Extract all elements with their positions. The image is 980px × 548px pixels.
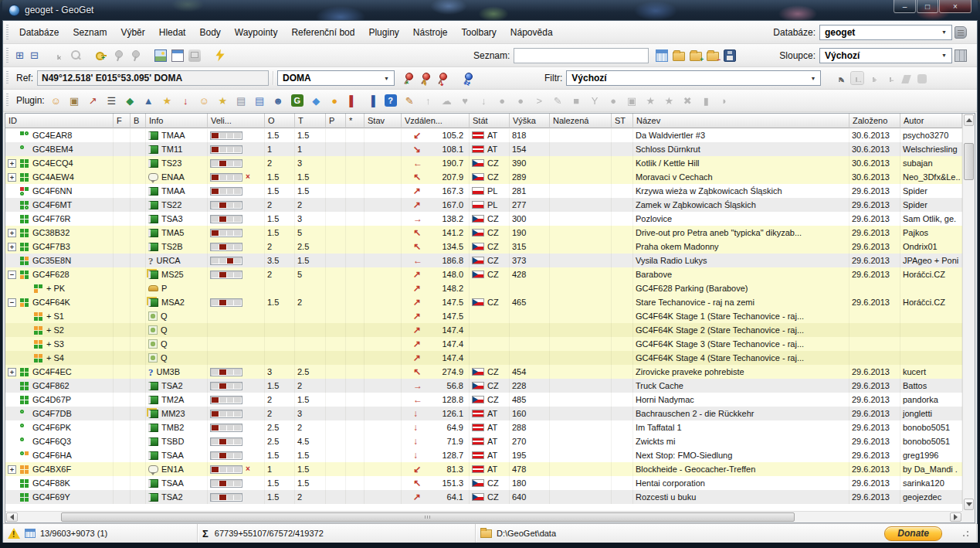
plugin-geokuk-icon[interactable]: G bbox=[291, 94, 303, 107]
table-row[interactable]: −GC4F628MS2525↗148.0CZ428Barabove29.6.20… bbox=[5, 267, 962, 281]
plugin-star-download-icon[interactable]: ★ bbox=[215, 94, 230, 108]
menu-n-stroje[interactable]: Nástroje bbox=[406, 27, 455, 38]
plugin-medal-icon[interactable]: ● bbox=[327, 94, 342, 108]
table-row[interactable]: GC4F6PKTMB22.52↓64.9AT288Im Taffatal 129… bbox=[5, 420, 962, 434]
menu-datab-ze[interactable]: Databáze bbox=[12, 27, 66, 38]
table-row[interactable]: GC4F6Q3TSBD2.54.5↓71.9AT270Zwickts mi29.… bbox=[5, 434, 962, 448]
table-row[interactable]: GC4F7DBMM2323↓126.1AT160Bachrauschen 2 -… bbox=[5, 407, 962, 420]
minimize-button[interactable]: – bbox=[894, 0, 916, 13]
collapse-all-icon[interactable]: ⊟ bbox=[27, 48, 42, 63]
table-row[interactable]: +GC4F7B3TS2B22.5↖134.5CZ315Praha okem Ma… bbox=[5, 240, 962, 254]
toolbar-grip[interactable] bbox=[6, 71, 8, 85]
table-row[interactable]: GC4F76RTSA31.53→138.2CZ300Pozlovice29.6.… bbox=[5, 212, 962, 226]
row-expander[interactable]: + bbox=[8, 243, 16, 251]
column-header-info[interactable]: Info bbox=[146, 114, 208, 128]
list-open-icon[interactable] bbox=[673, 52, 685, 61]
column-header-nzev[interactable]: Název bbox=[633, 114, 849, 128]
menu-pluginy[interactable]: Pluginy bbox=[361, 27, 405, 38]
plugin-truck-icon[interactable]: ▣ bbox=[67, 94, 82, 108]
database-icon[interactable] bbox=[955, 26, 967, 39]
table-row[interactable]: +GC4BX6FEN1A×11.5↙81.3AT478Blockheide - … bbox=[5, 462, 962, 476]
toolbar-grip[interactable] bbox=[6, 94, 8, 107]
donate-button[interactable]: Donate bbox=[884, 526, 942, 541]
warning-icon[interactable] bbox=[8, 528, 20, 539]
plugin-smiley-download-icon[interactable]: ☺ bbox=[197, 94, 212, 108]
toolbar-grip[interactable] bbox=[6, 48, 8, 63]
plugin-help-icon[interactable]: ? bbox=[385, 94, 397, 107]
database-combo[interactable]: geoget ▼ bbox=[819, 25, 952, 40]
column-header-autor[interactable]: Autor bbox=[900, 114, 962, 128]
row-expander[interactable]: − bbox=[8, 298, 16, 307]
table-row[interactable]: GC4F862TSA21.52→56.8CZ228Truck Cache29.6… bbox=[5, 379, 962, 393]
table-row[interactable]: +GC4F4EC?UM3B32.5↖274.9CZ454Zirovicke pr… bbox=[5, 365, 962, 379]
scroll-down-button[interactable] bbox=[964, 499, 974, 510]
table-row[interactable]: + S4Q↗147.4GC4F64K Stage 4 (Stare Techan… bbox=[5, 351, 962, 365]
row-expander[interactable]: + bbox=[8, 368, 16, 376]
plugin-barcode-check-icon[interactable]: ☰ bbox=[104, 94, 119, 108]
listing-window-icon[interactable] bbox=[171, 49, 184, 62]
menu-n-pov-da[interactable]: Nápověda bbox=[504, 27, 560, 38]
table-row[interactable]: + S2Q↗147.4GC4F64K Stage 2 (Stare Techan… bbox=[5, 323, 962, 337]
row-expander[interactable]: + bbox=[8, 173, 16, 182]
column-header-veli[interactable]: Veli... bbox=[208, 114, 265, 128]
table-row[interactable]: +GC38B32TMA51.55↖141.2CZ190Drive-out pro… bbox=[5, 226, 962, 240]
table-row[interactable]: +GC4ECQ4TS2323←190.7CZ390Kotlik / Kettle… bbox=[5, 156, 962, 170]
row-expander[interactable]: + bbox=[8, 465, 16, 474]
plugin-cubes-icon[interactable]: ◆ bbox=[123, 94, 137, 108]
table-row[interactable]: + S3Q↗147.4GC4F64K Stage 3 (Stare Techan… bbox=[5, 337, 962, 351]
refpoint-swap-icon[interactable] bbox=[461, 72, 473, 84]
column-header-p[interactable]: P bbox=[326, 114, 346, 128]
table-row[interactable]: GC4F88KTSAA1.51.5↖151.3CZ180Hentai corpo… bbox=[5, 476, 962, 490]
plugin-page-download-icon[interactable]: ▤ bbox=[234, 94, 249, 108]
plugin-pin-star-icon[interactable]: ★ bbox=[160, 94, 175, 108]
refpoint-edit-icon[interactable] bbox=[419, 72, 431, 84]
plugin-user-download-icon[interactable]: ☻ bbox=[271, 94, 286, 108]
table-row[interactable]: GC4EAR8TMAA1.51.5↙105.2AT818Da Waldviert… bbox=[5, 128, 962, 142]
list-remove-icon[interactable] bbox=[707, 52, 719, 61]
column-header-nalezen[interactable]: Nalezená bbox=[550, 114, 612, 128]
list-add-icon[interactable] bbox=[690, 52, 702, 61]
resize-grip[interactable] bbox=[961, 529, 970, 538]
menu-waypointy[interactable]: Waypointy bbox=[228, 27, 285, 38]
menu-referen-n-bod[interactable]: Referenční bod bbox=[284, 27, 361, 38]
table-row[interactable]: GC4BEM4TM1111↘108.1AT154Schloss Dürnkrut… bbox=[5, 142, 962, 156]
refpoint-goto-icon[interactable] bbox=[436, 72, 448, 84]
list-show-icon[interactable] bbox=[656, 49, 668, 62]
table-row[interactable]: GC35E8N?URCA3.51.5←186.8CZ373Vysila Radi… bbox=[5, 254, 962, 267]
column-header-vzdlen[interactable]: Vzdálen... bbox=[402, 114, 470, 128]
close-button[interactable]: × bbox=[939, 0, 972, 13]
expand-all-icon[interactable]: ⊞ bbox=[12, 48, 27, 63]
plugin-page-blue-download-icon[interactable]: ▤ bbox=[253, 94, 267, 108]
table-row[interactable]: GC4F6MTTS2222↗167.0PL277Zamek w Ząbkowic… bbox=[5, 198, 962, 212]
scroll-left-button[interactable] bbox=[6, 512, 18, 522]
plugin-mountains-icon[interactable]: ▲ bbox=[141, 94, 156, 108]
menu-seznam[interactable]: Seznam bbox=[66, 27, 114, 38]
plugin-chart-red-icon[interactable]: ▌ bbox=[346, 94, 361, 108]
plugin-download-icon[interactable]: ↓ bbox=[178, 94, 193, 108]
table-row[interactable]: GC4F69YTSA21.52↗64.1CZ640Rozcesti u buku… bbox=[5, 490, 962, 504]
table-row[interactable]: +GC4AEW4ENAA×1.51.5↖207.9CZ289Moravaci v… bbox=[5, 170, 962, 184]
table-row[interactable]: GC4D67PTM2A21.5←128.8CZ485Horni Nadymac2… bbox=[5, 393, 962, 407]
row-expander[interactable]: + bbox=[8, 229, 16, 237]
table-row[interactable]: + PKP↗148.2GC4F628 Parking (Barabove) bbox=[5, 281, 962, 295]
plugin-gpx-edit-icon[interactable]: ✎ bbox=[402, 94, 417, 108]
filter-combo[interactable]: Výchozí ▼ bbox=[566, 70, 821, 86]
horizontal-scrollbar[interactable] bbox=[5, 511, 962, 522]
column-header-stt[interactable]: Stát bbox=[470, 114, 510, 128]
column-header-zaloeno[interactable]: Založeno bbox=[849, 114, 900, 128]
plugin-smiley-icon[interactable]: ☺ bbox=[49, 94, 63, 108]
vertical-scroll-thumb[interactable] bbox=[964, 143, 974, 180]
refpoint-add-icon[interactable] bbox=[402, 72, 414, 84]
menu-body[interactable]: Body bbox=[192, 27, 227, 38]
column-header-o[interactable]: O bbox=[265, 114, 295, 128]
column-header-t[interactable]: T bbox=[295, 114, 326, 128]
table-row[interactable]: GC4F6HATSAA1.51.5↓128.7AT195Next Stop: F… bbox=[5, 448, 962, 462]
column-header-vka[interactable]: Výška bbox=[510, 114, 550, 128]
toolbar-grip[interactable] bbox=[6, 25, 8, 39]
menu-toolbary[interactable]: Toolbary bbox=[455, 27, 504, 38]
column-header-stav[interactable]: Stav bbox=[365, 114, 402, 128]
table-row[interactable]: GC4F6NNTMAA1.51.5↗167.3PL281Krzywa wieża… bbox=[5, 184, 962, 198]
table-row[interactable]: −GC4F64KMSA21.52↗147.5CZ465Stare Techano… bbox=[5, 295, 962, 309]
maximize-button[interactable]: □ bbox=[917, 0, 938, 13]
vertical-scrollbar[interactable] bbox=[962, 114, 975, 511]
